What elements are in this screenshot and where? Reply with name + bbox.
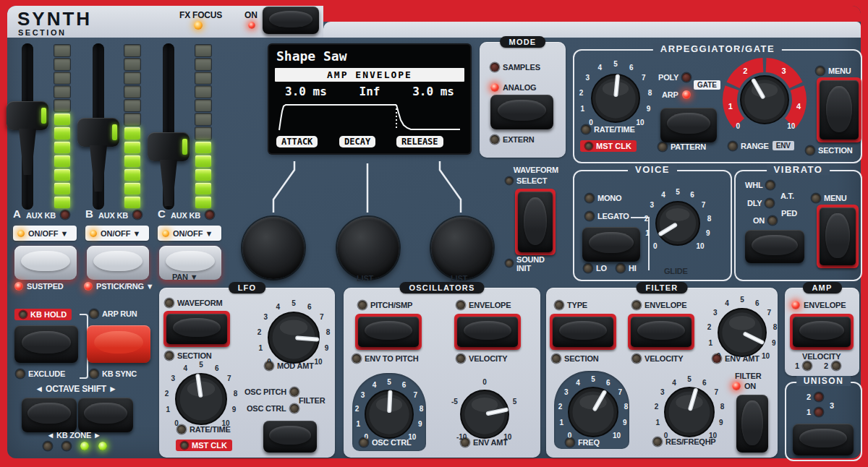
osc-envelope-indicator: ENVELOPE <box>456 301 511 309</box>
amp-envelope-button[interactable] <box>793 317 851 347</box>
voice-lo-indicator: LO <box>584 264 607 273</box>
fader-a-handle[interactable] <box>7 101 48 176</box>
svg-text:9: 9 <box>772 339 776 347</box>
unison-button[interactable] <box>793 424 854 455</box>
lfo-waveform-button[interactable] <box>166 314 227 344</box>
filter-on-button[interactable] <box>736 395 768 453</box>
lfo-rate-indicator: RATE/TIME <box>177 425 231 434</box>
osc-envelope-button[interactable] <box>457 317 518 347</box>
svg-text:9: 9 <box>719 419 723 427</box>
glide-knob[interactable]: 012345678910 <box>640 186 715 261</box>
arp-arp-led <box>682 90 691 99</box>
arp-section-led <box>806 146 814 155</box>
amp-velocity-1-led <box>803 361 812 370</box>
svg-text:4: 4 <box>672 379 676 387</box>
vibrato-menu-button[interactable] <box>820 207 856 265</box>
osc-velocity-led <box>456 354 465 363</box>
svg-text:1: 1 <box>559 419 563 427</box>
svg-text:2: 2 <box>707 323 712 331</box>
release-encoder-knob[interactable] <box>431 217 493 279</box>
filter-res-led <box>653 437 662 446</box>
svg-text:5: 5 <box>676 188 680 196</box>
mode-button[interactable] <box>490 95 553 129</box>
header-strip <box>323 22 861 38</box>
svg-text:4: 4 <box>796 102 801 111</box>
arpeggiator-title: ARPEGGIATOR/GATE <box>653 43 782 54</box>
svg-text:1: 1 <box>728 102 733 111</box>
top-red-band <box>323 6 861 22</box>
svg-text:6: 6 <box>629 64 634 72</box>
svg-text:8: 8 <box>420 405 424 413</box>
vibrato-menu-indicator: MENU <box>812 194 847 202</box>
svg-text:3: 3 <box>650 201 655 209</box>
decay-encoder-knob[interactable] <box>337 217 399 279</box>
fader-b-handle[interactable] <box>77 118 119 193</box>
arp-range-knob[interactable]: 1234010 <box>721 56 808 143</box>
mode-samples-led <box>490 63 499 72</box>
arp-poly-led <box>682 73 691 82</box>
lfo-waveform-led <box>165 299 174 307</box>
osc-pitch-button-frame <box>355 314 422 350</box>
arp-pattern-led <box>658 142 667 151</box>
octave-up-button[interactable] <box>78 398 133 432</box>
channel-a-label: AUX KB <box>26 211 56 220</box>
vibrato-title: VIBRATO <box>767 164 830 175</box>
svg-text:7: 7 <box>320 313 324 321</box>
arp-poly-indicator: POLY <box>658 73 691 82</box>
arp-section-button-frame <box>817 77 861 142</box>
vibrato-mode-button[interactable] <box>745 230 804 263</box>
lfo-osc-ctrl-indicator: OSC CTRL <box>247 404 299 413</box>
arpeggiator-section: ARPEGGIATOR/GATE 012345678910 RATE/TIME … <box>573 49 862 163</box>
arp-run-button[interactable] <box>87 325 150 363</box>
arp-section-button[interactable] <box>820 80 859 140</box>
attack-encoder-knob[interactable] <box>242 217 305 279</box>
lfo-dest-button[interactable] <box>263 421 317 453</box>
filter-freq-indicator: FREQ <box>566 438 600 447</box>
mode-extern-led <box>490 135 499 144</box>
kb-zone-label: ◄ KB ZONE ► <box>30 431 117 440</box>
filter-type-button[interactable] <box>553 317 613 347</box>
kb-hold-button[interactable] <box>14 325 78 363</box>
svg-text:5: 5 <box>292 299 296 307</box>
svg-text:9: 9 <box>325 344 329 352</box>
filter-section-led <box>552 354 561 363</box>
svg-text:2: 2 <box>258 328 262 336</box>
synth-on-button[interactable] <box>263 7 319 34</box>
filter-envelope-button[interactable] <box>631 317 692 347</box>
channel-b-button[interactable] <box>87 246 149 280</box>
svg-text:6: 6 <box>755 299 760 307</box>
oscillators-title: OSCILLATORS <box>399 282 484 294</box>
fx-focus-led <box>194 21 203 30</box>
svg-text:10: 10 <box>787 122 796 130</box>
vibrato-dly-led <box>765 199 774 207</box>
channel-a-button[interactable] <box>14 246 77 280</box>
arp-mst-clk-tag: MST CLK <box>580 140 637 152</box>
unison-section: UNISON 2 3 1 <box>785 382 862 461</box>
filter-envelope-indicator: ENVELOPE <box>632 301 686 309</box>
fader-c-handle[interactable] <box>148 132 190 207</box>
osc-ctrl-indicator: OSC CTRL <box>359 438 412 447</box>
filter-section-indicator: SECTION <box>552 354 599 363</box>
svg-text:3: 3 <box>585 74 590 82</box>
voice-section: VOICE MONO LEGATO LO HI 012345678910 GLI… <box>573 170 732 281</box>
octave-down-button[interactable] <box>22 398 77 432</box>
svg-text:8: 8 <box>773 323 778 331</box>
lfo-osc-pitch-indicator: OSC PITCH <box>244 387 299 396</box>
arp-mode-button[interactable] <box>660 108 717 142</box>
svg-text:2: 2 <box>558 403 563 411</box>
kb-zone-led-1 <box>43 442 52 450</box>
svg-text:10: 10 <box>697 242 705 250</box>
kb-hold-led <box>20 311 27 318</box>
channel-c-led <box>205 210 214 219</box>
vibrato-whl-led <box>766 181 775 189</box>
channel-c-label: AUX KB <box>171 211 200 220</box>
lfo-osc-ctrl-led <box>290 404 299 413</box>
unison-3-label: 3 <box>830 401 834 410</box>
channel-b-onoff: ON/OFF ▼ <box>85 226 149 241</box>
osc-pitch-button[interactable] <box>358 317 419 347</box>
svg-text:7: 7 <box>714 388 718 396</box>
waveform-select-button[interactable] <box>518 192 553 252</box>
svg-text:5: 5 <box>199 361 203 369</box>
kb-zone-led-4 <box>98 442 107 450</box>
svg-text:8: 8 <box>624 403 629 411</box>
